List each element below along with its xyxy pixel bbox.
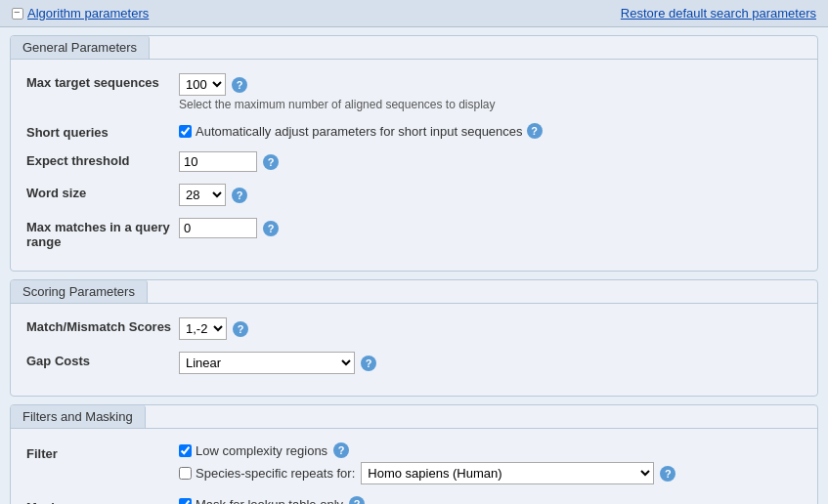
algorithm-parameters-link[interactable]: Algorithm parameters [12,6,149,21]
gap-costs-row: Gap Costs Linear Existence: 5 Extension:… [22,346,806,380]
scoring-params-title: Scoring Parameters [11,280,148,303]
match-mismatch-select[interactable]: 1,-21,-31,-42,-34,-51,-1 [179,317,227,340]
short-queries-text: Automatically adjust parameters for shor… [196,124,523,139]
filter-controls: Low complexity regions ? Species-specifi… [179,442,675,484]
short-queries-checkbox-label: Automatically adjust parameters for shor… [179,124,523,139]
max-matches-help-icon[interactable]: ? [263,221,279,236]
species-repeats-text: Species-specific repeats for: [196,466,355,481]
word-size-row: Word size 1115162028324864128256 ? [22,178,806,212]
top-bar: Algorithm parameters Restore default sea… [0,0,828,27]
gap-costs-control: Linear Existence: 5 Extension: 2 Existen… [179,352,806,374]
filters-masking-section: Filters and Masking Filter Low complexit… [10,404,818,504]
mask-lookup-item: Mask for lookup table only ? [179,496,365,504]
gap-costs-select[interactable]: Linear Existence: 5 Extension: 2 Existen… [179,352,355,374]
max-target-desc: Select the maximum number of aligned seq… [179,98,496,111]
mask-controls: Mask for lookup table only ? Mask lower … [179,496,365,504]
mask-lookup-label: Mask for lookup table only [179,497,343,505]
word-size-control: 1115162028324864128256 ? [179,184,806,206]
match-mismatch-label: Match/Mismatch Scores [22,317,179,334]
general-parameters-section: General Parameters Max target sequences … [10,35,818,272]
expect-threshold-help-icon[interactable]: ? [263,154,279,170]
scoring-parameters-section: Scoring Parameters Match/Mismatch Scores… [10,279,818,397]
mask-control: Mask for lookup table only ? Mask lower … [179,496,806,504]
restore-defaults-link[interactable]: Restore default search parameters [621,6,816,21]
collapse-icon [12,8,23,20]
expect-threshold-input[interactable] [179,151,257,172]
word-size-help-icon[interactable]: ? [232,188,247,203]
short-queries-checkbox[interactable] [179,125,192,138]
match-mismatch-row: Match/Mismatch Scores 1,-21,-31,-42,-34,… [22,312,806,346]
species-select[interactable]: Homo sapiens (Human) Mus musculus (Mouse… [361,462,654,484]
low-complexity-item: Low complexity regions ? [179,442,675,458]
mask-label: Mask [22,496,179,504]
expect-threshold-label: Expect threshold [22,151,179,168]
low-complexity-checkbox[interactable] [179,444,192,457]
max-target-select[interactable]: 102050100250500 [179,73,226,96]
mask-lookup-checkbox[interactable] [179,498,192,505]
general-params-table: Max target sequences 102050100250500 ? S… [11,60,817,263]
match-mismatch-control: 1,-21,-31,-42,-34,-51,-1 ? [179,317,806,340]
match-mismatch-help-icon[interactable]: ? [233,321,248,337]
short-queries-control: Automatically adjust parameters for shor… [179,123,806,139]
filter-row: Filter Low complexity regions ? Species-… [22,437,806,490]
general-params-title-row: General Parameters [11,36,817,60]
filters-masking-title-row: Filters and Masking [11,405,817,429]
max-target-help-icon[interactable]: ? [232,77,247,93]
mask-lookup-help-icon[interactable]: ? [349,496,365,504]
filter-control: Low complexity regions ? Species-specifi… [179,442,806,484]
species-repeats-label: Species-specific repeats for: [179,466,355,481]
gap-costs-help-icon[interactable]: ? [361,356,376,371]
max-matches-row: Max matches in a query range ? [22,212,806,255]
short-queries-label: Short queries [22,123,179,140]
max-matches-label: Max matches in a query range [22,218,179,249]
expect-threshold-control: ? [179,151,806,172]
scoring-params-title-row: Scoring Parameters [11,280,817,304]
filters-masking-title: Filters and Masking [11,405,146,428]
word-size-label: Word size [22,184,179,200]
max-matches-control: ? [179,218,806,238]
general-params-title: General Parameters [11,36,150,59]
filter-label: Filter [22,442,179,461]
mask-lookup-text: Mask for lookup table only [196,497,343,505]
algo-link-label: Algorithm parameters [27,6,149,21]
low-complexity-label: Low complexity regions [179,443,327,458]
low-complexity-help-icon[interactable]: ? [333,442,349,458]
mask-row: Mask Mask for lookup table only ? Mask l… [22,490,806,504]
max-target-row: Max target sequences 102050100250500 ? S… [22,67,806,117]
max-target-label: Max target sequences [22,73,179,90]
word-size-select[interactable]: 1115162028324864128256 [179,184,226,206]
scoring-params-table: Match/Mismatch Scores 1,-21,-31,-42,-34,… [11,304,817,388]
species-repeats-item: Species-specific repeats for: Homo sapie… [179,462,675,484]
short-queries-row: Short queries Automatically adjust param… [22,117,806,146]
gap-costs-label: Gap Costs [22,352,179,368]
expect-threshold-row: Expect threshold ? [22,146,806,178]
short-queries-help-icon[interactable]: ? [527,123,543,139]
max-target-control: 102050100250500 ? [179,73,496,96]
max-matches-input[interactable] [179,218,257,238]
species-repeats-checkbox[interactable] [179,467,192,480]
filters-masking-table: Filter Low complexity regions ? Species-… [11,429,817,504]
low-complexity-text: Low complexity regions [196,443,327,458]
species-help-icon[interactable]: ? [660,466,675,482]
